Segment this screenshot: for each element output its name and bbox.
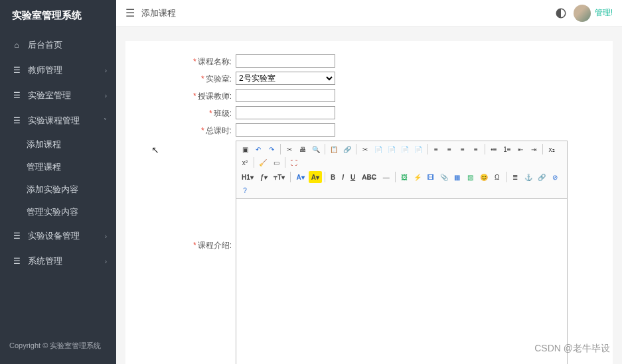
nav-menu: ⌂ 后台首页 ☰ 教师管理 › ☰ 实验室管理 › ☰ 实验课程管理 ˅ 添加课… [0, 32, 116, 332]
heading-icon[interactable]: H1▾ [239, 171, 256, 183]
emoji-icon[interactable]: 😊 [478, 171, 490, 183]
chevron-right-icon: › [105, 258, 107, 265]
fullscreen-icon[interactable]: ⛶ [288, 156, 300, 168]
editor-toolbar: ▣ ↶ ↷ ✂ 🖶 🔍 📋 🔗 ✂ [236, 141, 567, 199]
sidebar-item-label: 管理实验内容 [27, 206, 78, 218]
list-icon: ☰ [12, 116, 21, 125]
form-card: *课程名称: *实验室: 2号实验室 *授课教师: *班级: *总课时: [125, 41, 613, 364]
list-icon: ☰ [12, 91, 21, 100]
sidebar-sub-manage-course[interactable]: 管理课程 [27, 156, 116, 178]
print-icon[interactable]: 🖶 [297, 143, 309, 155]
sidebar-item-label: 教师管理 [28, 64, 62, 76]
teacher-label: *授课教师: [132, 89, 232, 102]
clear-icon[interactable]: 🧹 [257, 156, 269, 168]
source-icon[interactable]: ▣ [239, 143, 251, 155]
align-right-icon[interactable]: ≡ [457, 143, 469, 155]
align-left-icon[interactable]: ≡ [430, 143, 442, 155]
lab-label: *实验室: [132, 72, 232, 85]
menu-toggle-icon[interactable]: ☰ [125, 7, 135, 19]
username[interactable]: 管理! [595, 7, 613, 19]
list-ol-icon[interactable]: 1≡ [501, 143, 513, 155]
pagebreak-icon[interactable]: ≣ [509, 171, 521, 183]
hours-label: *总课时: [132, 123, 232, 137]
brand-title: 实验室管理系统 [0, 0, 116, 32]
sidebar-item-teacher[interactable]: ☰ 教师管理 › [0, 58, 116, 83]
sidebar-sub-add-exp[interactable]: 添加实验内容 [27, 178, 116, 201]
sidebar-submenu: 添加课程 管理课程 添加实验内容 管理实验内容 [0, 133, 116, 223]
main-area: ☰ 添加课程 管理! *课程名称: *实验室: 2号实验室 *授课教师: [116, 0, 622, 364]
media-icon[interactable]: 🎞 [425, 171, 437, 183]
help-icon[interactable]: ? [239, 184, 251, 196]
outdent-icon[interactable]: ⇤ [514, 143, 526, 155]
preview-icon[interactable]: 🔍 [310, 143, 322, 155]
scissors-icon[interactable]: ✂ [359, 143, 371, 155]
flash-icon[interactable]: ⚡ [412, 171, 424, 183]
copy-icon[interactable]: 📋 [328, 143, 340, 155]
sidebar-item-dashboard[interactable]: ⌂ 后台首页 [0, 32, 116, 58]
italic-icon[interactable]: I [339, 171, 347, 183]
font-icon[interactable]: ƒ▾ [258, 171, 270, 183]
sidebar-item-label: 添加课程 [27, 139, 61, 151]
spchar-icon[interactable]: Ω [491, 171, 503, 183]
backcolor-icon[interactable]: A▾ [309, 171, 322, 183]
avatar[interactable] [574, 5, 591, 22]
file-icon[interactable]: 📎 [438, 171, 450, 183]
sup-icon[interactable]: x² [239, 156, 251, 168]
sidebar: 实验室管理系统 ⌂ 后台首页 ☰ 教师管理 › ☰ 实验室管理 › ☰ 实验课程… [0, 0, 116, 364]
anchor-icon[interactable]: ⚓ [522, 171, 534, 183]
chevron-right-icon: › [105, 92, 107, 99]
copyright-text: Copyright © 实验室管理系统 [0, 332, 116, 364]
list-ul-icon[interactable]: •≡ [488, 143, 500, 155]
cut-icon[interactable]: ✂ [283, 143, 295, 155]
select-icon[interactable]: ▭ [270, 156, 282, 168]
teacher-input[interactable] [236, 89, 335, 102]
bg-icon[interactable]: ▧ [465, 171, 477, 183]
paste-icon[interactable]: 📄 [372, 143, 384, 155]
sidebar-item-label: 后台首页 [28, 39, 62, 51]
sub-icon[interactable]: x₂ [546, 143, 558, 155]
list-icon: ☰ [12, 231, 21, 241]
class-input[interactable] [236, 106, 335, 119]
unlink-icon[interactable]: ⊘ [549, 171, 561, 183]
course-name-label: *课程名称: [132, 54, 232, 68]
sidebar-item-device[interactable]: ☰ 实验设备管理 › [0, 223, 116, 249]
paste-text-icon[interactable]: 📄 [399, 143, 411, 155]
lab-select[interactable]: 2号实验室 [236, 72, 335, 85]
sidebar-item-label: 添加实验内容 [27, 184, 78, 196]
bold-icon[interactable]: B [328, 171, 338, 183]
intro-label: *课程介绍: [132, 141, 232, 251]
sidebar-item-label: 实验室管理 [28, 90, 71, 101]
indent-icon[interactable]: ⇥ [528, 143, 540, 155]
redo-icon[interactable]: ↷ [266, 143, 277, 155]
link2-icon[interactable]: 🔗 [536, 171, 548, 183]
align-center-icon[interactable]: ≡ [443, 143, 455, 155]
strike-icon[interactable]: ABC [359, 171, 379, 183]
undo-icon[interactable]: ↶ [252, 143, 264, 155]
paste-plain-icon[interactable]: 📄 [412, 143, 424, 155]
class-label: *班级: [132, 106, 232, 119]
underline-icon[interactable]: U [348, 171, 358, 183]
chevron-down-icon: ˅ [104, 117, 107, 125]
sidebar-item-system[interactable]: ☰ 系统管理 › [0, 249, 116, 274]
hr-icon[interactable]: — [380, 171, 392, 183]
image-icon[interactable]: 🖼 [398, 171, 410, 183]
sidebar-item-label: 系统管理 [28, 255, 62, 267]
sidebar-item-lab[interactable]: ☰ 实验室管理 › [0, 83, 116, 108]
sidebar-item-label: 管理课程 [27, 161, 61, 173]
hours-input[interactable] [236, 123, 335, 137]
theme-icon[interactable] [555, 7, 567, 19]
link-icon[interactable]: 🔗 [341, 143, 353, 155]
align-justify-icon[interactable]: ≡ [470, 143, 482, 155]
course-name-input[interactable] [236, 54, 335, 68]
paste-word-icon[interactable]: 📄 [386, 143, 398, 155]
sidebar-sub-manage-exp[interactable]: 管理实验内容 [27, 201, 116, 223]
editor-body[interactable]: ◢ [236, 199, 567, 364]
sidebar-item-course[interactable]: ☰ 实验课程管理 ˅ [0, 108, 116, 133]
breadcrumb: 添加课程 [141, 7, 176, 19]
table-icon[interactable]: ▦ [451, 171, 463, 183]
topbar: ☰ 添加课程 管理! [116, 0, 622, 27]
rich-editor: ▣ ↶ ↷ ✂ 🖶 🔍 📋 🔗 ✂ [236, 141, 568, 364]
size-icon[interactable]: ᴛT▾ [271, 171, 287, 183]
sidebar-sub-add-course[interactable]: 添加课程 [27, 133, 116, 156]
forecolor-icon[interactable]: A▾ [293, 171, 307, 183]
